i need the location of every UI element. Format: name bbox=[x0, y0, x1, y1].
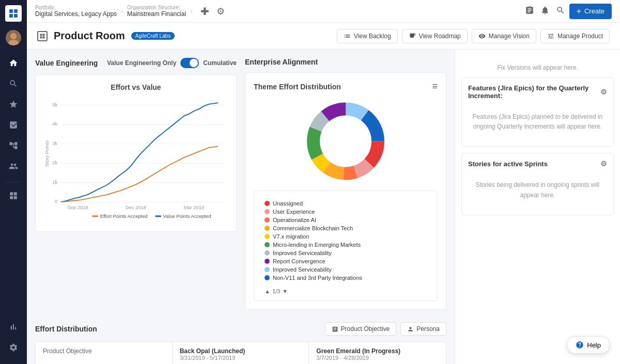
svg-point-4 bbox=[10, 33, 17, 39]
cumulative-toggle[interactable] bbox=[180, 58, 199, 68]
donut-chart-title: Theme Effort Distribution bbox=[254, 83, 341, 91]
breadcrumb-arrow-2: › bbox=[190, 8, 192, 15]
legend-item-ai: Operationalize AI bbox=[265, 216, 427, 224]
svg-rect-8 bbox=[40, 36, 42, 38]
svg-text:3k: 3k bbox=[52, 141, 57, 146]
page-title: Product Room bbox=[54, 30, 125, 42]
svg-point-40 bbox=[321, 117, 370, 166]
toggle-label-right: Cumulative bbox=[203, 59, 237, 67]
org-value: Mainstream Financial bbox=[127, 10, 186, 18]
add-icon[interactable]: ✚ bbox=[200, 5, 209, 18]
svg-rect-6 bbox=[40, 34, 42, 36]
back-opal-date: 3/31/2019 - 5/17/2019 bbox=[180, 355, 302, 361]
svg-point-5 bbox=[8, 40, 19, 45]
effort-distribution-title: Effort Distribution bbox=[35, 325, 97, 333]
avatar[interactable] bbox=[6, 30, 21, 45]
green-emerald-date: 3/7/2019 - 4/28/2019 bbox=[316, 355, 439, 361]
manage-product-button[interactable]: Manage Product bbox=[540, 29, 610, 43]
sidebar-item-star[interactable] bbox=[4, 95, 23, 114]
main-area: Portfolio: Digital Services, Legacy Apps… bbox=[27, 0, 620, 364]
svg-rect-26 bbox=[92, 215, 98, 217]
right-panel: Fix Versions will appear here. Features … bbox=[455, 50, 620, 364]
sidebar-item-users[interactable] bbox=[4, 157, 23, 176]
value-engineering-header: Value Engineering Value Engineering Only… bbox=[35, 58, 237, 68]
create-button[interactable]: + Create bbox=[569, 4, 612, 19]
features-panel: Features (Jira Epics) for the Quarterly … bbox=[461, 77, 614, 147]
svg-text:Dec 2018: Dec 2018 bbox=[126, 205, 146, 210]
toggle-thumb bbox=[190, 59, 198, 67]
logo[interactable] bbox=[5, 5, 22, 22]
enterprise-alignment-title: Enterprise Alignment bbox=[245, 58, 318, 66]
enterprise-alignment-section: Enterprise Alignment Theme Effort Distri… bbox=[245, 58, 446, 318]
svg-rect-0 bbox=[9, 9, 13, 13]
create-plus-icon: + bbox=[577, 7, 581, 16]
sidebar-item-settings[interactable] bbox=[4, 338, 23, 357]
product-room-icon bbox=[37, 31, 48, 41]
legend-item-nonv11: Non-V11 and 3rd Party Integrations bbox=[265, 274, 427, 282]
breadcrumb-org: Organization Structure: Mainstream Finan… bbox=[127, 5, 186, 18]
view-roadmap-button[interactable]: View Roadmap bbox=[402, 29, 468, 43]
bell-icon[interactable] bbox=[540, 6, 550, 17]
legend-item-report: Report Convergence bbox=[265, 257, 427, 265]
svg-text:0: 0 bbox=[55, 199, 57, 204]
top-navigation: Portfolio: Digital Services, Legacy Apps… bbox=[27, 0, 620, 23]
legend-item-ux: User Experience bbox=[265, 208, 427, 216]
content-area: Value Engineering Value Engineering Only… bbox=[27, 50, 620, 364]
sidebar-item-chart[interactable] bbox=[4, 318, 23, 336]
enterprise-alignment-header: Enterprise Alignment bbox=[245, 58, 446, 66]
sidebar-item-grid[interactable] bbox=[4, 186, 23, 205]
col-header-objective: Product Objective bbox=[36, 342, 173, 364]
effort-filter-buttons: Product Objective Persona bbox=[325, 322, 446, 336]
svg-text:Sep 2018: Sep 2018 bbox=[68, 205, 88, 210]
sidebar bbox=[0, 0, 27, 364]
svg-rect-28 bbox=[155, 215, 161, 217]
svg-text:Effort Points Accepted: Effort Points Accepted bbox=[100, 214, 148, 219]
svg-text:Value Points Accepted: Value Points Accepted bbox=[163, 214, 211, 219]
col-header-green-emerald: Green Emerald (In Progress) 3/7/2019 - 4… bbox=[309, 342, 446, 364]
product-badge: AgileCraft Labs bbox=[131, 32, 175, 40]
help-button[interactable]: Help bbox=[567, 336, 610, 354]
stories-title: Stories for active Sprints bbox=[468, 160, 548, 168]
sidebar-item-hierarchy[interactable] bbox=[4, 136, 23, 155]
toggle-area: Value Engineering Only Cumulative bbox=[107, 58, 237, 68]
manage-vision-button[interactable]: Manage Vision bbox=[472, 29, 536, 43]
settings-gear-icon[interactable]: ⚙ bbox=[216, 6, 225, 17]
search-icon[interactable] bbox=[556, 6, 565, 17]
donut-legend: Unassigned User Experience Operationaliz… bbox=[258, 195, 433, 286]
clipboard-icon[interactable] bbox=[525, 6, 534, 17]
sidebar-item-search[interactable] bbox=[4, 74, 23, 93]
sidebar-separator bbox=[6, 182, 21, 182]
chart-title: Effort vs Value bbox=[44, 83, 228, 91]
breadcrumb-portfolio: Portfolio: Digital Services, Legacy Apps bbox=[35, 5, 117, 18]
svg-text:Mar 2019: Mar 2019 bbox=[184, 205, 205, 210]
prev-page-icon[interactable]: ▲ bbox=[265, 288, 270, 294]
effort-vs-value-chart: Effort vs Value 0 1k 2k 3k 4k 5k Story P… bbox=[35, 74, 237, 232]
green-emerald-title: Green Emerald (In Progress) bbox=[316, 347, 439, 355]
svg-rect-1 bbox=[14, 9, 18, 13]
legend-item-serviceability2: Improved Serviceability bbox=[265, 265, 427, 274]
stories-empty-message: Stories being delivered in ongoing sprin… bbox=[468, 172, 607, 208]
donut-menu-icon[interactable]: ≡ bbox=[432, 81, 438, 92]
svg-rect-9 bbox=[43, 36, 45, 38]
effort-table: Product Objective Back Opal (Launched) 3… bbox=[35, 342, 446, 364]
effort-value-svg: 0 1k 2k 3k 4k 5k Story Points bbox=[44, 96, 228, 221]
portfolio-value: Digital Services, Legacy Apps bbox=[35, 10, 117, 18]
org-label: Organization Structure: bbox=[127, 5, 186, 10]
persona-button[interactable]: Persona bbox=[400, 322, 446, 336]
sidebar-item-home[interactable] bbox=[4, 54, 23, 72]
features-gear-icon[interactable]: ⚙ bbox=[600, 88, 607, 96]
effort-table-header: Product Objective Back Opal (Launched) 3… bbox=[36, 342, 446, 364]
value-engineering-title: Value Engineering bbox=[35, 59, 98, 67]
stories-gear-icon[interactable]: ⚙ bbox=[600, 160, 607, 168]
svg-rect-2 bbox=[9, 14, 13, 18]
next-page-icon[interactable]: ▼ bbox=[282, 288, 288, 294]
legend-item-v7: V7.x migration bbox=[265, 232, 427, 241]
breadcrumb-arrow-1: › bbox=[121, 8, 123, 15]
view-backlog-button[interactable]: View Backlog bbox=[337, 29, 398, 43]
effort-distribution-header: Effort Distribution Product Objective Pe… bbox=[35, 322, 446, 336]
legend-pagination: ▲ 1/3 ▼ bbox=[258, 286, 433, 296]
sidebar-item-analytics[interactable] bbox=[4, 116, 23, 134]
theme-effort-card: Theme Effort Distribution ≡ bbox=[245, 72, 446, 310]
topnav-icons bbox=[525, 6, 565, 17]
product-objective-button[interactable]: Product Objective bbox=[325, 322, 397, 336]
